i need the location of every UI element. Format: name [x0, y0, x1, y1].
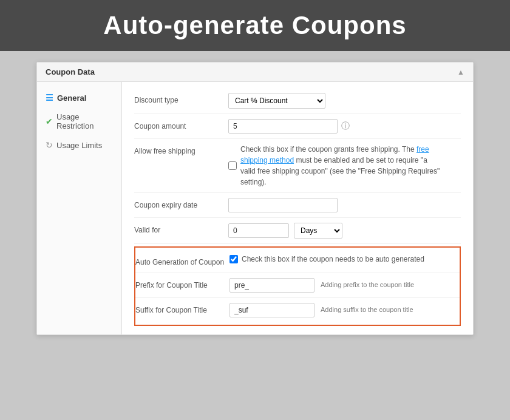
sidebar-item-usage-restriction-label: Usage Restriction: [56, 112, 113, 130]
usage-limits-icon: ↻: [46, 140, 53, 150]
auto-generation-label: Auto Generation of Coupon: [135, 255, 229, 266]
collapse-icon[interactable]: ▲: [457, 68, 464, 76]
suffix-coupon-hint: Adding suffix to the coupon title: [318, 306, 413, 313]
discount-type-label: Discount type: [134, 93, 228, 104]
valid-for-input[interactable]: [228, 223, 289, 238]
auto-generation-checkbox[interactable]: [229, 255, 238, 263]
allow-free-shipping-control: Check this box if the coupon grants free…: [228, 144, 461, 188]
coupon-amount-control: ⓘ: [228, 119, 461, 134]
suffix-coupon-control: Adding suffix to the coupon title: [229, 303, 460, 317]
auto-generation-control: Check this box if the coupon needs to be…: [229, 255, 460, 263]
prefix-coupon-label: Prefix for Coupon Title: [135, 278, 229, 290]
valid-for-unit-select[interactable]: Days Weeks Months: [294, 223, 342, 239]
coupon-amount-input[interactable]: [228, 119, 338, 134]
free-shipping-description: Check this box if the coupon grants free…: [240, 144, 441, 188]
suffix-coupon-input[interactable]: [229, 303, 314, 317]
page-title: Auto-generate Coupons: [24, 11, 486, 40]
card-header: Coupon Data ▲: [37, 63, 473, 82]
card-title: Coupon Data: [46, 67, 95, 76]
coupon-amount-label: Coupon amount: [134, 119, 228, 130]
prefix-coupon-row: Prefix for Coupon Title Adding prefix to…: [135, 273, 460, 298]
sidebar-item-usage-limits[interactable]: ↻ Usage Limits: [37, 135, 121, 155]
coupon-amount-row: Coupon amount ⓘ: [134, 114, 461, 139]
valid-for-label: Valid for: [134, 223, 228, 234]
main-content: Discount type Cart % Discount Fixed cart…: [122, 82, 473, 334]
valid-for-control: Days Weeks Months: [228, 223, 461, 239]
help-icon: ⓘ: [341, 121, 350, 132]
allow-free-shipping-row: Allow free shipping Check this box if th…: [134, 139, 461, 193]
header-banner: Auto-generate Coupons: [0, 0, 510, 51]
prefix-coupon-input[interactable]: [229, 278, 314, 293]
sidebar-item-usage-limits-label: Usage Limits: [56, 141, 102, 150]
sidebar: ☰ General ✔ Usage Restriction ↻ Usage Li…: [37, 82, 122, 334]
auto-generation-description: Check this box if the coupon needs to be…: [242, 255, 424, 263]
general-icon: ☰: [46, 93, 53, 103]
sidebar-item-usage-restriction[interactable]: ✔ Usage Restriction: [37, 107, 121, 135]
highlight-section: Auto Generation of Coupon Check this box…: [134, 246, 461, 326]
free-shipping-link[interactable]: free shipping method: [240, 145, 429, 164]
coupon-expiry-date-control: [228, 198, 461, 212]
discount-type-row: Discount type Cart % Discount Fixed cart…: [134, 88, 461, 114]
discount-type-select[interactable]: Cart % Discount Fixed cart discount Fixe…: [228, 93, 325, 109]
coupon-data-card: Coupon Data ▲ ☰ General ✔ Usage Restrict…: [36, 62, 474, 335]
auto-generation-row: Auto Generation of Coupon Check this box…: [135, 250, 460, 273]
coupon-expiry-date-label: Coupon expiry date: [134, 198, 228, 209]
coupon-expiry-date-row: Coupon expiry date: [134, 193, 461, 218]
prefix-coupon-control: Adding prefix to the coupon title: [229, 278, 460, 293]
coupon-expiry-date-input[interactable]: [228, 198, 338, 212]
usage-restriction-icon: ✔: [46, 117, 53, 126]
card-body: ☰ General ✔ Usage Restriction ↻ Usage Li…: [37, 82, 473, 334]
valid-for-row: Valid for Days Weeks Months: [134, 218, 461, 244]
allow-free-shipping-label: Allow free shipping: [134, 144, 228, 155]
discount-type-control: Cart % Discount Fixed cart discount Fixe…: [228, 93, 461, 109]
sidebar-item-general-label: General: [57, 93, 86, 103]
suffix-coupon-row: Suffix for Coupon Title Adding suffix to…: [135, 298, 460, 322]
sidebar-item-general[interactable]: ☰ General: [37, 88, 121, 107]
suffix-coupon-label: Suffix for Coupon Title: [135, 303, 229, 314]
allow-free-shipping-checkbox[interactable]: [228, 161, 237, 170]
prefix-coupon-hint: Adding prefix to the coupon title: [318, 281, 414, 288]
